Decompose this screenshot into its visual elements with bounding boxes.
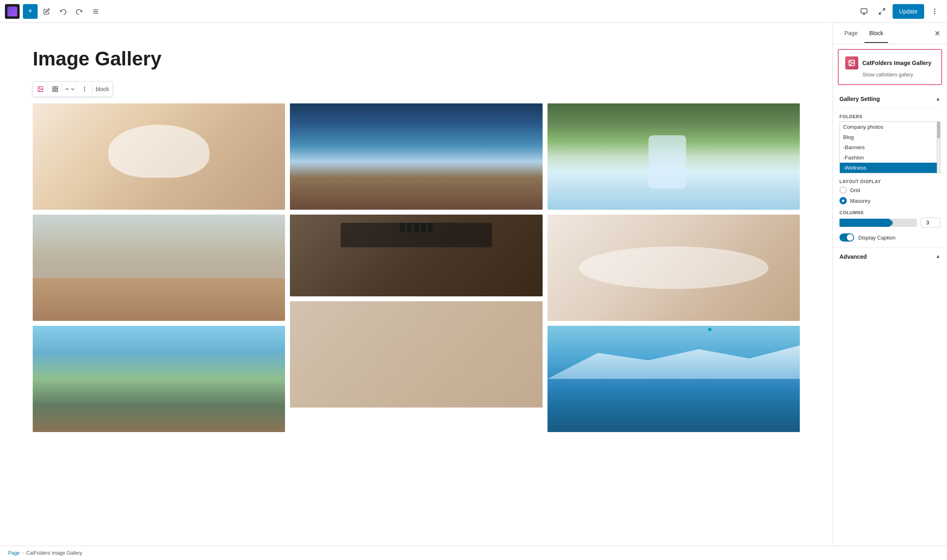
folder-item-company[interactable]: Company photos	[840, 122, 940, 132]
slider-fill	[839, 219, 890, 227]
gallery-image-8	[548, 103, 800, 210]
layout-grid-label: Grid	[850, 187, 860, 193]
plugin-header: CatFolders Image Gallery	[845, 56, 935, 69]
gallery-item	[33, 326, 285, 432]
svg-point-6	[934, 13, 935, 14]
toolbar: + Update	[0, 0, 947, 23]
breadcrumb-current: CatFolders Image Gallery	[26, 550, 82, 556]
sidebar-tabs: Page Block ✕	[833, 23, 947, 44]
columns-section: COLUMNS	[839, 210, 940, 228]
folders-scrollbar[interactable]	[937, 122, 940, 173]
gallery-item	[290, 301, 542, 408]
svg-point-17	[850, 61, 851, 62]
svg-rect-3	[861, 9, 867, 13]
columns-input[interactable]	[921, 217, 940, 228]
settings-button[interactable]	[927, 4, 942, 19]
folders-list[interactable]: Company photos Blog -Banners -Fashion -W…	[839, 121, 940, 173]
layout-grid-option[interactable]: Grid	[839, 186, 940, 194]
gallery-icon-btn[interactable]	[33, 82, 48, 96]
block-label: block	[92, 86, 112, 92]
advanced-section-header[interactable]: Advanced ▼	[833, 247, 947, 266]
svg-rect-9	[53, 87, 55, 89]
gallery-image-7	[33, 326, 285, 432]
gallery-item	[33, 103, 285, 210]
document-overview-button[interactable]	[88, 4, 103, 19]
svg-rect-11	[53, 90, 55, 92]
breadcrumb: Page › CatFolders Image Gallery	[0, 546, 947, 560]
plugin-icon	[845, 56, 858, 69]
layout-radio-group: Grid Masonry	[839, 186, 940, 204]
breadcrumb-page[interactable]: Page	[8, 550, 20, 556]
update-button[interactable]: Update	[893, 4, 924, 19]
plugin-block-info: CatFolders Image Gallery Show catfolders…	[838, 49, 942, 85]
svg-point-8	[39, 88, 40, 89]
edit-pen-button[interactable]	[39, 4, 54, 19]
redo-button[interactable]	[72, 4, 87, 19]
preview-button[interactable]	[857, 4, 871, 19]
toggle-thumb	[847, 234, 853, 241]
scrollbar-thumb	[937, 122, 940, 138]
gallery-item	[548, 215, 800, 321]
gallery-settings-panel: Gallery Setting ▲ FOLDERS Company photos…	[833, 90, 947, 244]
layout-label: LAYOUT DISPLAY	[839, 179, 940, 184]
gallery-image-6	[548, 326, 800, 432]
gallery-setting-chevron: ▲	[936, 96, 940, 102]
gallery-image-1	[33, 103, 285, 210]
folders-label: FOLDERS	[839, 114, 940, 119]
gallery-setting-header[interactable]: Gallery Setting ▲	[839, 90, 940, 108]
gallery-item	[548, 103, 800, 210]
layout-masonry-label: Masonry	[850, 198, 871, 204]
gallery-image-5	[290, 301, 542, 408]
folder-item-banners[interactable]: -Banners	[840, 142, 940, 152]
svg-rect-10	[56, 87, 58, 89]
plugin-desc: Show catfolders gallery	[845, 72, 935, 78]
undo-button[interactable]	[56, 4, 70, 19]
advanced-title: Advanced	[839, 253, 867, 260]
gallery-grid	[33, 103, 800, 432]
radio-grid-circle	[839, 186, 847, 194]
gallery-image-9	[290, 103, 542, 210]
toolbar-right: Update	[857, 4, 942, 19]
move-up-down-btn[interactable]	[63, 82, 77, 96]
tab-block[interactable]: Block	[864, 24, 888, 43]
close-sidebar-button[interactable]: ✕	[934, 29, 940, 38]
svg-point-13	[84, 87, 85, 87]
folder-item-wellness[interactable]: -Wellness	[840, 163, 940, 173]
fullscreen-button[interactable]	[875, 4, 889, 19]
columns-slider[interactable]	[839, 219, 917, 227]
toolbar-left: +	[5, 4, 103, 19]
gallery-image-4	[548, 215, 800, 321]
folder-item-blog[interactable]: Blog	[840, 132, 940, 142]
sidebar: Page Block ✕ CatFolders Image Gallery Sh…	[833, 23, 947, 546]
svg-point-14	[84, 89, 85, 89]
gallery-item	[290, 103, 542, 210]
gallery-image-2	[33, 215, 285, 321]
gallery-setting-title: Gallery Setting	[839, 96, 880, 102]
gallery-item	[33, 215, 285, 321]
svg-point-4	[934, 11, 935, 12]
columns-label: COLUMNS	[839, 210, 940, 215]
main-area: Image Gallery block	[0, 23, 947, 546]
svg-point-5	[934, 9, 935, 10]
display-caption-toggle[interactable]	[839, 233, 854, 242]
folder-item-fashion[interactable]: -Fashion	[840, 152, 940, 163]
app-logo	[5, 4, 20, 19]
grid-view-btn[interactable]	[48, 82, 63, 96]
layout-masonry-option[interactable]: Masonry	[839, 197, 940, 204]
display-caption-row: Display Caption	[839, 233, 940, 242]
tab-page[interactable]: Page	[839, 24, 863, 43]
svg-rect-12	[56, 90, 58, 92]
gallery-item	[290, 215, 542, 296]
page-title: Image Gallery	[33, 47, 800, 70]
block-toolbar: block	[33, 81, 113, 97]
advanced-chevron: ▼	[936, 254, 940, 260]
radio-masonry-circle	[839, 197, 847, 204]
breadcrumb-separator: ›	[22, 550, 24, 556]
editor-area: Image Gallery block	[0, 23, 833, 546]
columns-row	[839, 217, 940, 228]
more-options-btn[interactable]	[77, 82, 92, 96]
display-caption-label: Display Caption	[858, 235, 895, 241]
gallery-image-3	[290, 215, 542, 296]
add-block-button[interactable]: +	[23, 4, 38, 19]
slider-thumb[interactable]	[887, 220, 893, 226]
